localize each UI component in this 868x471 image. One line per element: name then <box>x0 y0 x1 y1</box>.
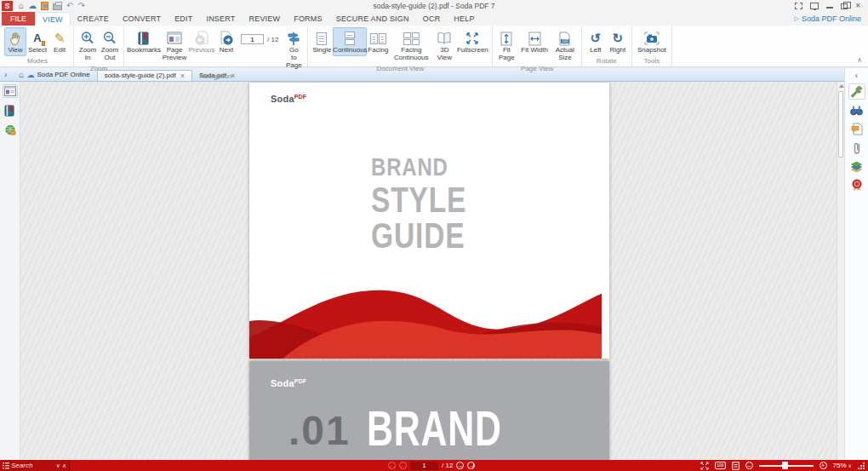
page-preview-button[interactable]: Page Preview <box>161 27 188 64</box>
fit-width-button[interactable]: Fit Width <box>517 27 551 56</box>
bookmarks-panel-icon[interactable] <box>3 104 18 118</box>
page-preview-icon <box>167 30 182 47</box>
quick-access-toolbar: ⌂ ☁ ↶ ↷ <box>19 2 85 10</box>
search-prev-icon[interactable]: ∧ <box>62 462 66 469</box>
menu-tab-insert[interactable]: INSERT <box>199 12 242 26</box>
page-thumbnails-icon[interactable] <box>3 84 18 98</box>
attachments-icon[interactable] <box>848 140 865 156</box>
single-view-button[interactable]: Single <box>311 27 333 56</box>
menu-tab-help[interactable]: HELP <box>447 12 481 26</box>
last-page-button[interactable]: → <box>467 462 475 469</box>
continuous-view-button[interactable]: Continuous <box>333 27 367 56</box>
view-mode-button[interactable]: View <box>4 27 26 56</box>
redo-icon[interactable]: ↷ <box>77 2 84 10</box>
stamp-badge-icon[interactable] <box>848 177 865 193</box>
bookmarks-button[interactable]: Bookmarks <box>127 27 161 56</box>
zoom-slider-handle[interactable] <box>782 462 788 469</box>
fullscreen-button[interactable]: Fullscreen <box>455 27 489 56</box>
search-next-icon[interactable]: ∨ <box>56 462 60 469</box>
menu-tab-edit[interactable]: EDIT <box>168 12 199 26</box>
undo-icon[interactable]: ↶ <box>66 2 73 10</box>
search-results-icon[interactable] <box>3 462 9 469</box>
next-page-button[interactable]: Next <box>215 27 237 56</box>
edit-mode-button[interactable]: ✎ Edit <box>49 27 71 56</box>
select-mode-button[interactable]: A Select <box>26 27 49 56</box>
soda-pdf-online-link[interactable]: ▷ Soda PDF Online <box>795 12 861 26</box>
minimize-button[interactable] <box>826 7 833 9</box>
camera-icon <box>644 30 660 47</box>
pencil-icon: ✎ <box>54 30 66 47</box>
search-input[interactable] <box>11 462 54 469</box>
3d-view-button[interactable]: 3D View <box>433 27 455 64</box>
actual-size-button[interactable]: 100 Actual Size <box>551 27 579 64</box>
tab-scroll-icon[interactable]: › <box>4 71 7 79</box>
fit-page-status-icon[interactable] <box>732 462 740 470</box>
button-label: Page Preview <box>163 47 186 62</box>
fullscreen-toggle-icon[interactable] <box>795 3 802 9</box>
document-icon[interactable] <box>41 2 49 10</box>
button-label: Zoom In <box>79 47 96 62</box>
ribbon-group-label: Rotate <box>585 56 629 66</box>
menu-tab-view[interactable]: VIEW <box>35 12 71 26</box>
fit-page-button[interactable]: Fit Page <box>495 27 517 64</box>
zoom-slider[interactable] <box>759 465 814 467</box>
zoom-in-status-button[interactable]: + <box>819 462 827 469</box>
menu-tab-review[interactable]: REVIEW <box>242 12 287 26</box>
menu-tab-convert[interactable]: CONVERT <box>116 12 168 26</box>
file-menu[interactable]: FILE <box>2 12 35 26</box>
print-icon[interactable] <box>53 3 62 10</box>
find-binoculars-icon[interactable] <box>848 102 865 118</box>
panel-expand-icon[interactable]: ‹ <box>855 71 858 80</box>
pdf-page-2[interactable]: SodaPDF .01 BRAND <box>249 361 609 460</box>
scroll-up-icon[interactable] <box>837 82 844 90</box>
home-icon[interactable]: ⌂ <box>19 2 24 10</box>
rotate-right-button[interactable]: ↻ Right <box>607 27 629 56</box>
zoom-out-status-button[interactable]: – <box>745 462 753 469</box>
menu-tab-ocr[interactable]: OCR <box>416 12 448 26</box>
previous-page-button[interactable]: ← <box>399 462 407 469</box>
close-button[interactable]: × <box>855 2 860 10</box>
next-page-button[interactable]: → <box>456 462 464 469</box>
document-canvas[interactable]: SodaPDF BRAND STYLE GUIDE SodaPDF .01 BR… <box>20 82 844 460</box>
zoom-in-button[interactable]: Zoom In <box>77 27 99 64</box>
fullscreen-status-icon[interactable] <box>700 462 709 470</box>
resize-grip[interactable] <box>858 462 865 469</box>
facing-continuous-view-button[interactable]: Facing Continuous <box>389 27 433 64</box>
restore-button[interactable] <box>841 3 848 9</box>
web-links-icon[interactable] <box>3 123 18 137</box>
zoom-level[interactable]: 75% ∨ <box>833 462 852 469</box>
status-page-value[interactable]: 1 <box>410 462 438 470</box>
tools-wrench-icon[interactable] <box>848 83 865 100</box>
ribbon-group-navigation: Bookmarks Page Preview Previous Next <box>124 26 308 66</box>
menu-tab-create[interactable]: CREATE <box>71 12 116 26</box>
facing-view-button[interactable]: Facing <box>367 27 389 56</box>
rotate-left-button[interactable]: ↺ Left <box>585 27 607 56</box>
ribbon-collapse-button[interactable]: ∧ <box>857 56 862 64</box>
switch-display-icon[interactable] <box>810 3 819 9</box>
ribbon-group-page-view: Fit Page Fit Width 100 Actual Size Page … <box>493 26 582 66</box>
layers-icon[interactable] <box>848 158 865 175</box>
button-label: Fit Page <box>499 47 515 62</box>
button-label: Zoom Out <box>101 47 118 62</box>
menu-tab-secure-and-sign[interactable]: SECURE AND SIGN <box>329 12 416 26</box>
ribbon-group-rotate: ↺ Left ↻ Right Rotate <box>582 26 632 66</box>
previous-page-button[interactable]: Previous <box>188 27 215 56</box>
titlebar: S ⌂ ☁ ↶ ↷ soda-style-guide (2).pdf - Sod… <box>0 0 868 12</box>
first-page-button[interactable]: ← <box>388 462 396 469</box>
zoom-out-button[interactable]: Zoom Out <box>99 27 121 64</box>
snapshot-button[interactable]: Snapshot <box>635 27 669 56</box>
button-label: Right <box>610 47 626 55</box>
cloud-icon[interactable]: ☁ <box>28 2 37 10</box>
fit-page-icon <box>500 30 512 47</box>
menu-tab-forms[interactable]: FORMS <box>287 12 329 26</box>
page-number-input[interactable] <box>241 34 264 44</box>
svg-text:100: 100 <box>562 39 569 43</box>
actual-size-status-icon[interactable]: 100 <box>715 462 725 469</box>
pdf-page-1[interactable]: SodaPDF BRAND STYLE GUIDE <box>249 83 609 359</box>
vertical-scrollbar[interactable] <box>837 82 844 460</box>
section-number: .01 <box>288 411 351 451</box>
window-controls: × <box>795 2 860 10</box>
comments-icon[interactable] <box>848 121 865 137</box>
scrollbar-thumb[interactable] <box>838 91 843 158</box>
go-to-page-button[interactable]: Go to Page <box>283 27 305 72</box>
